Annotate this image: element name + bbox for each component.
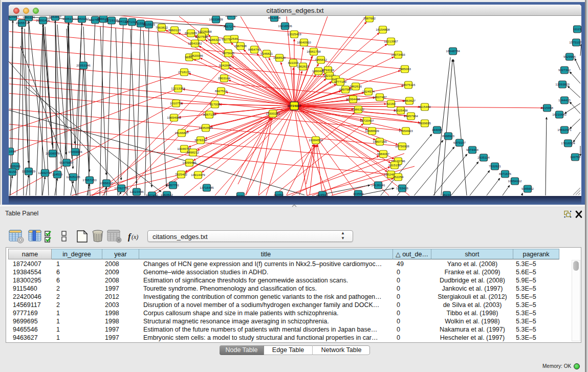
- svg-text:7632621: 7632621: [489, 164, 502, 168]
- svg-text:62160: 62160: [386, 102, 396, 105]
- svg-text:11121: 11121: [573, 27, 581, 31]
- svg-text:9794024: 9794024: [322, 68, 335, 72]
- svg-text:20691406: 20691406: [36, 18, 50, 22]
- svg-text:18807299: 18807299: [373, 140, 387, 143]
- svg-text:9162512: 9162512: [225, 16, 238, 17]
- svg-text:15692971: 15692971: [557, 128, 572, 132]
- svg-text:90975887: 90975887: [59, 161, 74, 164]
- svg-text:7625402: 7625402: [175, 172, 188, 176]
- svg-text:14457964: 14457964: [404, 114, 418, 118]
- svg-text:9227342: 9227342: [558, 68, 571, 72]
- svg-text:23226058: 23226058: [198, 30, 212, 33]
- svg-text:1624957: 1624957: [9, 16, 19, 18]
- svg-text:9302456: 9302456: [146, 193, 159, 196]
- svg-text:19218506: 19218506: [278, 24, 292, 28]
- svg-text:17016504: 17016504: [561, 141, 575, 145]
- svg-text:9115460: 9115460: [419, 105, 431, 108]
- svg-text:12093823: 12093823: [555, 82, 570, 86]
- svg-text:12975115: 12975115: [401, 83, 416, 86]
- svg-text:1010755: 1010755: [170, 101, 183, 105]
- svg-text:1362615: 1362615: [297, 64, 310, 68]
- svg-text:16154808: 16154808: [376, 28, 390, 31]
- svg-text:39154: 39154: [9, 170, 17, 173]
- svg-text:2803144: 2803144: [218, 76, 231, 80]
- svg-text:19384554: 19384554: [309, 138, 323, 142]
- svg-text:16033809: 16033809: [209, 17, 223, 21]
- svg-text:3215958: 3215958: [541, 106, 554, 110]
- svg-text:96234: 96234: [442, 193, 451, 196]
- svg-text:7515525: 7515525: [143, 23, 156, 26]
- svg-text:7485063: 7485063: [399, 67, 411, 71]
- svg-text:1733426: 1733426: [396, 186, 409, 190]
- svg-text:17359924: 17359924: [68, 150, 82, 154]
- svg-text:11156829: 11156829: [22, 169, 36, 173]
- svg-text:3875645: 3875645: [222, 51, 235, 55]
- svg-text:1588520: 1588520: [273, 56, 286, 59]
- svg-text:9474444: 9474444: [466, 148, 479, 151]
- svg-text:21364436: 21364436: [346, 97, 360, 101]
- svg-text:2687682: 2687682: [363, 16, 376, 20]
- svg-text:8912955: 8912955: [185, 31, 198, 35]
- svg-text:10654112: 10654112: [508, 179, 522, 183]
- svg-text:10958197: 10958197: [99, 181, 114, 185]
- svg-text:13716485: 13716485: [200, 186, 214, 189]
- svg-text:10653267: 10653267: [75, 17, 89, 20]
- svg-text:114519: 114519: [52, 172, 63, 176]
- svg-text:16640910: 16640910: [297, 40, 311, 44]
- svg-text:9463627: 9463627: [403, 99, 416, 102]
- svg-text:10025438: 10025438: [394, 108, 408, 112]
- svg-text:124503: 124503: [317, 193, 328, 196]
- svg-text:1244415: 1244415: [558, 98, 571, 102]
- svg-text:14099485: 14099485: [182, 161, 197, 164]
- svg-text:7955812: 7955812: [315, 58, 328, 61]
- svg-text:2546: 2546: [231, 37, 238, 40]
- svg-text:7663822: 7663822: [156, 26, 168, 29]
- svg-text:9242845: 9242845: [219, 63, 232, 67]
- svg-text:12353594: 12353594: [199, 126, 213, 129]
- svg-text:20206578: 20206578: [46, 151, 60, 155]
- svg-text:14914479: 14914479: [191, 173, 205, 177]
- svg-text:9146821: 9146821: [260, 52, 273, 55]
- svg-text:16210643: 16210643: [552, 113, 567, 116]
- svg-text:2161693: 2161693: [9, 149, 16, 153]
- svg-text:14136141: 14136141: [371, 183, 385, 187]
- svg-text:10973493: 10973493: [391, 53, 405, 56]
- svg-text:103554: 103554: [353, 192, 364, 195]
- svg-text:1063542: 1063542: [161, 193, 173, 196]
- svg-text:835061: 835061: [10, 164, 21, 168]
- svg-text:13325419: 13325419: [287, 32, 301, 36]
- svg-text:10782759: 10782759: [114, 186, 128, 190]
- svg-text:12023446: 12023446: [129, 190, 144, 193]
- svg-text:23420046: 23420046: [189, 54, 203, 57]
- svg-text:2935114: 2935114: [477, 156, 490, 159]
- svg-text:20053346: 20053346: [76, 63, 91, 67]
- svg-text:1624574: 1624574: [362, 90, 375, 93]
- svg-text:2967608: 2967608: [234, 44, 247, 48]
- svg-text:9777169: 9777169: [334, 80, 347, 83]
- svg-text:10607487: 10607487: [373, 95, 387, 99]
- svg-text:1035172: 1035172: [62, 17, 75, 20]
- svg-text:12942737: 12942737: [38, 171, 52, 174]
- svg-text:10688609: 10688609: [365, 129, 379, 133]
- svg-text:9153817: 9153817: [49, 16, 62, 18]
- svg-text:15300253: 15300253: [266, 112, 280, 115]
- svg-text:3878332: 3878332: [194, 138, 207, 142]
- svg-text:9327508: 9327508: [195, 35, 208, 38]
- svg-text:7986322: 7986322: [352, 107, 365, 111]
- svg-text:15751074: 15751074: [569, 40, 581, 44]
- svg-text:87061: 87061: [236, 194, 245, 196]
- svg-text:817006: 817006: [210, 102, 221, 106]
- svg-text:9245652: 9245652: [521, 187, 534, 190]
- svg-text:252254: 252254: [393, 175, 404, 179]
- svg-text:6939695: 6939695: [419, 121, 431, 125]
- svg-text:2405572: 2405572: [16, 21, 29, 25]
- svg-text:8938923: 8938923: [442, 134, 455, 138]
- svg-text:16961758: 16961758: [307, 50, 321, 53]
- svg-text:19166827: 19166827: [175, 131, 189, 135]
- svg-text:12213363: 12213363: [171, 86, 185, 90]
- svg-text:8427512: 8427512: [215, 89, 228, 93]
- svg-text:16648784: 16648784: [446, 49, 460, 53]
- svg-text:15720407: 15720407: [360, 119, 374, 122]
- svg-text:18724007: 18724007: [287, 104, 301, 107]
- svg-text:19654982: 19654982: [167, 116, 181, 119]
